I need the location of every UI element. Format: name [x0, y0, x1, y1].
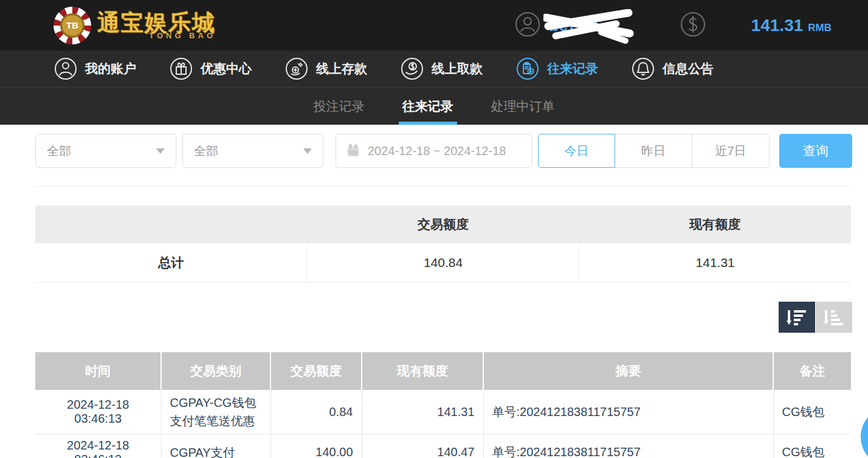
summary-total-label: 总计 — [35, 243, 307, 282]
site-logo[interactable]: TB 通宝娱乐城 TONG BAO — [53, 7, 216, 44]
category-select-value: 全部 — [194, 143, 218, 159]
deposit-icon — [284, 57, 309, 81]
cell-current-amount: 141.31 — [362, 390, 483, 434]
nav-item-promotions[interactable]: 优惠中心 — [169, 57, 252, 81]
header-transaction-type: 交易类别 — [161, 352, 270, 390]
summary-total-row: 总计 140.84 141.31 — [35, 243, 851, 283]
date-range-value: 2024-12-18 ~ 2024-12-18 — [368, 144, 506, 158]
summary-header-transaction: 交易额度 — [307, 206, 579, 243]
summary-header-row: 交易额度 现有额度 — [35, 206, 851, 243]
header-current-amount: 现有额度 — [362, 352, 483, 390]
cell-transaction-type: CGPAY支付 — [161, 434, 270, 458]
sort-descending-icon — [787, 308, 807, 327]
nav-item-transaction-records[interactable]: 往来记录 — [515, 57, 598, 81]
gift-icon — [169, 57, 193, 81]
search-button[interactable]: 查询 — [779, 134, 852, 168]
cell-summary: 单号:202412183811715757 — [483, 434, 773, 458]
summary-current-total: 141.31 — [579, 243, 851, 282]
date-range-input[interactable]: 2024-12-18 ~ 2024-12-18 — [336, 134, 532, 168]
cell-remark: CG钱包 — [773, 434, 851, 458]
currency-label: RMB — [808, 22, 832, 34]
last7days-button[interactable]: 近7日 — [692, 134, 770, 168]
account-area: bc7325 141.31 RMB — [514, 9, 832, 42]
balance-area[interactable]: 141.31 RMB — [680, 11, 832, 40]
section-divider — [35, 186, 851, 187]
cell-time: 2024-12-18 03:46:13 — [35, 390, 161, 434]
user-icon — [53, 57, 78, 81]
logo-subtitle: TONG BAO — [149, 32, 216, 40]
filter-bar: 全部 全部 2024-12-18 ~ 2024-12-18 今日 昨日 近7日 … — [35, 134, 868, 168]
nav-label: 我的账户 — [85, 60, 136, 77]
table-row: 2024-12-18 03:46:13 CGPAY支付 140.00 140.4… — [35, 434, 851, 458]
username-redacted[interactable]: bc7325 — [549, 9, 629, 42]
table-row: 2024-12-18 03:46:13 CGPAY-CG钱包支付笔笔送优惠 0.… — [35, 390, 851, 434]
chevron-down-icon — [156, 148, 165, 154]
cell-summary: 单号:202412183811715757 — [483, 390, 773, 434]
chevron-down-icon — [303, 148, 312, 154]
nav-label: 线上存款 — [316, 60, 367, 77]
records-icon — [515, 57, 540, 81]
cell-transaction-type: CGPAY-CG钱包支付笔笔送优惠 — [161, 390, 270, 434]
chip-label: TB — [60, 13, 84, 38]
sort-ascending-button[interactable] — [816, 302, 852, 333]
records-table: 时间 交易类别 交易额度 现有额度 摘要 备注 2024-12-18 03:46… — [35, 352, 851, 458]
withdraw-icon — [400, 57, 424, 81]
logo-title: 通宝娱乐城 — [97, 12, 216, 34]
summary-transaction-total: 140.84 — [307, 243, 579, 282]
sort-ascending-icon — [824, 308, 844, 327]
yesterday-button[interactable]: 昨日 — [615, 134, 692, 168]
header-summary: 摘要 — [483, 352, 773, 390]
cell-current-amount: 140.47 — [362, 434, 483, 458]
cell-time: 2024-12-18 03:46:13 — [35, 434, 161, 458]
sort-descending-button[interactable] — [779, 302, 815, 333]
cell-transaction-amount: 140.00 — [270, 434, 362, 458]
type-select-value: 全部 — [47, 143, 71, 159]
summary-table: 交易额度 现有额度 总计 140.84 141.31 — [35, 206, 851, 283]
nav-label: 优惠中心 — [201, 60, 252, 77]
header-remark: 备注 — [773, 352, 851, 390]
summary-header-empty — [35, 206, 307, 243]
record-tabs: 投注记录 往来记录 处理中订单 — [0, 87, 868, 125]
type-select[interactable]: 全部 — [35, 134, 176, 168]
bell-icon — [631, 57, 655, 81]
dollar-coin-icon — [680, 11, 706, 40]
category-select[interactable]: 全部 — [182, 134, 323, 168]
user-profile-icon[interactable] — [514, 11, 541, 40]
nav-item-withdraw[interactable]: 线上取款 — [400, 57, 483, 81]
header-transaction-amount: 交易额度 — [270, 352, 362, 390]
nav-item-announcements[interactable]: 信息公告 — [631, 57, 714, 81]
cell-remark: CG钱包 — [773, 390, 851, 434]
nav-label: 线上取款 — [432, 60, 483, 77]
summary-header-current: 现有额度 — [579, 206, 851, 243]
tab-pending-orders[interactable]: 处理中订单 — [487, 98, 559, 125]
poker-chip-icon: TB — [53, 7, 91, 44]
sort-controls — [0, 302, 852, 333]
top-bar: TB 通宝娱乐城 TONG BAO bc7325 — [0, 0, 868, 50]
tab-transaction-records[interactable]: 往来记录 — [399, 98, 457, 125]
calendar-icon — [346, 144, 360, 158]
tab-betting-records[interactable]: 投注记录 — [310, 98, 368, 125]
floating-service-button[interactable] — [861, 406, 868, 458]
today-button[interactable]: 今日 — [538, 134, 615, 168]
header-time: 时间 — [35, 352, 161, 390]
quick-date-buttons: 今日 昨日 近7日 — [538, 134, 770, 168]
balance-value: 141.31 — [751, 16, 804, 35]
records-header-row: 时间 交易类别 交易额度 现有额度 摘要 备注 — [35, 352, 851, 390]
main-navigation: 我的账户 优惠中心 线上存款 线上取款 往来记录 — [0, 50, 868, 87]
nav-label: 信息公告 — [663, 60, 714, 77]
nav-item-deposit[interactable]: 线上存款 — [284, 57, 367, 81]
nav-label: 往来记录 — [547, 60, 598, 77]
nav-item-my-account[interactable]: 我的账户 — [53, 57, 136, 81]
white-scribble-overlay — [543, 9, 635, 46]
cell-transaction-amount: 0.84 — [270, 390, 362, 434]
